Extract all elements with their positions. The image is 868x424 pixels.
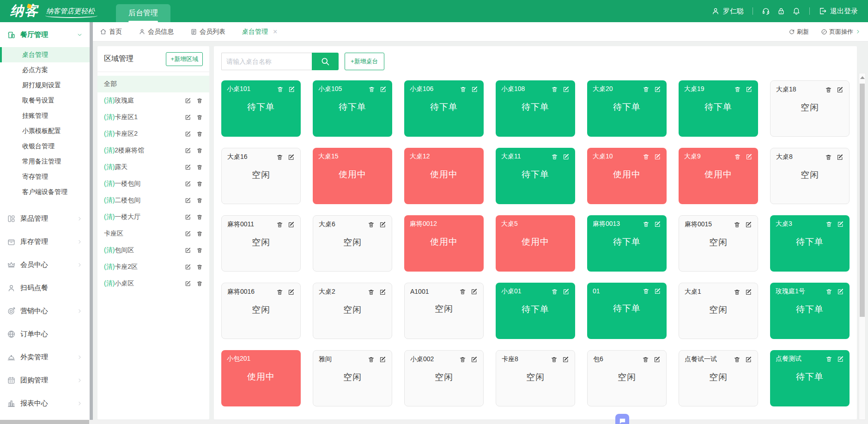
edit-table-icon[interactable] — [746, 153, 753, 160]
edit-table-icon[interactable] — [837, 288, 844, 295]
edit-area-icon[interactable] — [185, 147, 191, 154]
table-card[interactable]: 大桌18空闲 — [770, 80, 850, 137]
table-card[interactable]: 大桌9使用中 — [679, 148, 758, 204]
edit-table-icon[interactable] — [745, 221, 752, 228]
sidebar-item[interactable]: 厨打规则设置 — [0, 78, 90, 93]
area-item[interactable]: (清)包间区 — [97, 242, 209, 259]
sidebar-group-7[interactable]: 外卖管理 — [0, 345, 90, 369]
table-card[interactable]: 小桌101待下单 — [221, 80, 301, 137]
sidebar-group-0[interactable]: 餐厅管理 — [0, 25, 90, 44]
table-card[interactable]: 大桌20待下单 — [587, 80, 667, 137]
delete-table-icon[interactable] — [459, 356, 466, 363]
sidebar-item[interactable]: 寄存管理 — [0, 169, 90, 184]
delete-table-icon[interactable] — [368, 289, 375, 296]
edit-area-icon[interactable] — [185, 131, 191, 137]
table-card[interactable]: 小桌105待下单 — [313, 80, 392, 137]
delete-table-icon[interactable] — [643, 221, 649, 228]
sidebar-scrollbar[interactable] — [90, 22, 93, 424]
table-card[interactable]: 大桌19待下单 — [679, 80, 758, 137]
edit-table-icon[interactable] — [654, 221, 661, 228]
table-card[interactable]: 大桌1空闲 — [679, 283, 758, 339]
edit-table-icon[interactable] — [288, 86, 295, 93]
delete-table-icon[interactable] — [551, 153, 558, 160]
table-card[interactable]: 大桌6空闲 — [313, 215, 392, 272]
edit-table-icon[interactable] — [745, 356, 752, 363]
table-card[interactable]: 麻将0015空闲 — [679, 215, 758, 272]
table-card[interactable]: 麻将0013待下单 — [587, 215, 667, 272]
edit-area-icon[interactable] — [185, 114, 191, 121]
edit-table-icon[interactable] — [654, 288, 661, 295]
lock-icon[interactable] — [777, 7, 785, 15]
delete-table-icon[interactable] — [368, 356, 375, 363]
scroll-up-arrow-icon[interactable] — [860, 76, 865, 79]
table-card[interactable]: 小桌108待下单 — [496, 80, 575, 137]
add-area-button[interactable]: +新增区域 — [166, 52, 203, 66]
sidebar-group-1[interactable]: 菜品管理 — [0, 207, 90, 230]
edit-area-icon[interactable] — [185, 247, 191, 254]
table-card[interactable]: 麻将0011空闲 — [221, 215, 301, 272]
table-card[interactable]: 大桌3待下单 — [770, 215, 850, 272]
add-table-button[interactable]: +新增桌台 — [345, 53, 384, 70]
delete-table-icon[interactable] — [368, 221, 375, 228]
table-card[interactable]: 大桌2空闲 — [313, 283, 392, 339]
area-item[interactable]: (清)小桌区 — [97, 275, 209, 292]
table-card[interactable]: 雅间空闲 — [313, 350, 392, 406]
edit-table-icon[interactable] — [379, 289, 386, 296]
area-item[interactable]: (清)卡座2区 — [97, 259, 209, 275]
delete-table-icon[interactable] — [826, 288, 832, 295]
delete-table-icon[interactable] — [643, 86, 649, 93]
delete-area-icon[interactable] — [196, 230, 203, 237]
table-card[interactable]: 大桌8空闲 — [770, 148, 850, 204]
page-ops-button[interactable]: 页面操作 — [821, 28, 861, 36]
edit-table-icon[interactable] — [563, 86, 570, 93]
area-item[interactable]: 全部 — [97, 76, 209, 92]
delete-area-icon[interactable] — [196, 197, 203, 204]
sidebar-item[interactable]: 取餐号设置 — [0, 93, 90, 108]
vertical-scrollbar[interactable] — [859, 73, 866, 420]
user-menu[interactable]: 罗仁聪 — [711, 7, 744, 16]
edit-table-icon[interactable] — [746, 86, 753, 93]
table-card[interactable]: 小包201使用中 — [221, 350, 301, 406]
edit-table-icon[interactable] — [288, 221, 295, 228]
delete-table-icon[interactable] — [551, 356, 558, 363]
horizontal-scrollbar-thumb[interactable] — [0, 420, 89, 424]
sidebar-group-2[interactable]: 库存管理 — [0, 230, 90, 253]
admin-nav-tab[interactable]: 后台管理 — [116, 4, 170, 22]
tab-2[interactable]: 会员列表 — [190, 28, 225, 36]
delete-table-icon[interactable] — [276, 221, 283, 228]
delete-table-icon[interactable] — [551, 86, 558, 93]
table-card[interactable]: 包6空闲 — [587, 350, 667, 406]
sidebar-group-5[interactable]: 营销中心 — [0, 299, 90, 322]
edit-table-icon[interactable] — [654, 153, 661, 160]
edit-area-icon[interactable] — [185, 197, 191, 204]
horizontal-scrollbar[interactable] — [0, 420, 868, 424]
edit-table-icon[interactable] — [837, 86, 844, 93]
table-card[interactable]: 麻将0016空闲 — [221, 283, 301, 339]
table-card[interactable]: A1001空闲 — [404, 283, 484, 339]
delete-table-icon[interactable] — [277, 86, 284, 93]
table-card[interactable]: 小桌01待下单 — [496, 283, 575, 339]
edit-area-icon[interactable] — [185, 264, 191, 270]
table-card[interactable]: 大桌12使用中 — [404, 148, 484, 204]
table-card[interactable]: 点餐测试待下单 — [770, 350, 850, 406]
edit-table-icon[interactable] — [563, 153, 570, 160]
delete-area-icon[interactable] — [196, 264, 203, 270]
delete-table-icon[interactable] — [643, 288, 649, 295]
delete-table-icon[interactable] — [734, 86, 741, 93]
logout-button[interactable]: 退出登录 — [819, 7, 858, 16]
edit-area-icon[interactable] — [185, 280, 191, 287]
delete-table-icon[interactable] — [734, 221, 741, 228]
delete-table-icon[interactable] — [826, 221, 832, 228]
refresh-button[interactable]: 刷新 — [789, 28, 809, 36]
delete-area-icon[interactable] — [196, 247, 203, 254]
sidebar-group-8[interactable]: 团购管理 — [0, 369, 90, 392]
delete-table-icon[interactable] — [734, 356, 741, 363]
sidebar-group-4[interactable]: 扫码点餐 — [0, 276, 90, 299]
table-card[interactable]: 小桌002空闲 — [404, 350, 484, 406]
sidebar-group-3[interactable]: 会员中心 — [0, 253, 90, 276]
edit-table-icon[interactable] — [288, 289, 295, 296]
edit-table-icon[interactable] — [654, 356, 661, 363]
delete-table-icon[interactable] — [734, 289, 741, 296]
table-card[interactable]: 大桌15使用中 — [313, 148, 392, 204]
sidebar-item[interactable]: 收银台管理 — [0, 139, 90, 154]
